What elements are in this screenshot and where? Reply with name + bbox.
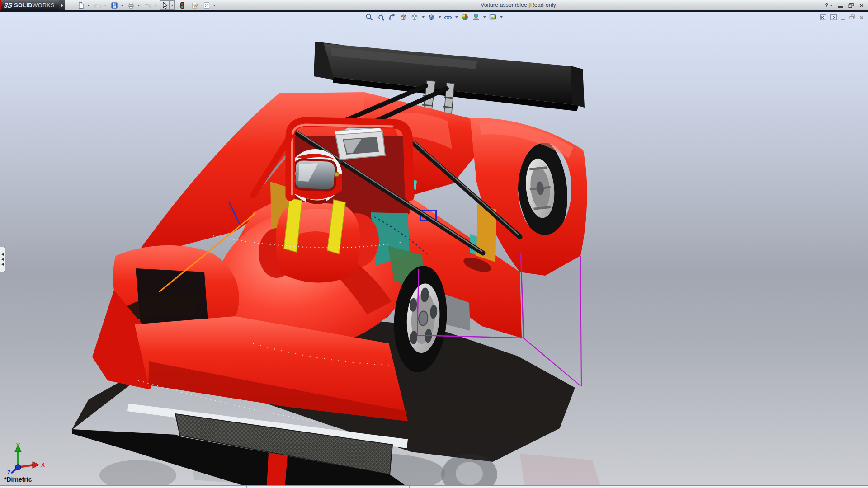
- collapse-arrow-icon: [1, 258, 4, 261]
- zoom-to-area-icon: [377, 13, 385, 21]
- open-folder-icon: [94, 2, 101, 9]
- heads-up-toolbar: [364, 12, 503, 22]
- options-dropdown[interactable]: [212, 0, 217, 10]
- undo-dropdown[interactable]: [153, 0, 158, 10]
- edit-appearance-icon: [461, 13, 469, 21]
- brand-mark: 3S: [4, 1, 13, 9]
- apply-scene-icon: [472, 13, 480, 21]
- view-orientation-label: *Dimetric: [4, 476, 32, 483]
- file-properties-icon: [191, 2, 199, 9]
- help-button[interactable]: ?: [825, 2, 828, 9]
- zoom-to-area-button[interactable]: [376, 12, 386, 22]
- display-style-dropdown[interactable]: [438, 12, 442, 22]
- view-settings-icon: [489, 13, 497, 21]
- document-minimize-button[interactable]: [841, 19, 845, 20]
- print-dropdown[interactable]: [136, 0, 141, 10]
- undo-button[interactable]: [143, 0, 153, 10]
- previous-view-icon: [388, 13, 396, 21]
- print-button[interactable]: [126, 0, 136, 10]
- apply-scene-dropdown[interactable]: [482, 12, 486, 22]
- select-dropdown[interactable]: [170, 0, 175, 10]
- display-style-button[interactable]: [426, 12, 436, 22]
- new-dropdown[interactable]: [86, 0, 91, 10]
- section-view-icon: [399, 13, 407, 21]
- rebuild-button[interactable]: [177, 0, 187, 10]
- help-dropdown[interactable]: [830, 5, 833, 6]
- window-controls: ? ×: [825, 0, 863, 10]
- save-icon: [111, 2, 118, 9]
- close-button[interactable]: ×: [859, 2, 863, 9]
- zoom-to-fit-icon: [365, 13, 373, 21]
- feature-panel-collapsed-tab[interactable]: [0, 247, 5, 272]
- mirror-intake[interactable]: [335, 128, 385, 160]
- print-icon: [127, 2, 135, 9]
- select-button[interactable]: [160, 0, 170, 10]
- brand-name-light: WORKS: [33, 2, 55, 9]
- file-properties-button[interactable]: [190, 0, 200, 10]
- collapse-arrow-icon: [1, 263, 4, 266]
- document-window-controls: ×: [820, 13, 863, 22]
- view-settings-button[interactable]: [488, 12, 498, 22]
- document-title: Voiture assomblee [Read-only]: [481, 2, 557, 8]
- minimize-button[interactable]: [838, 6, 843, 8]
- previous-view-button[interactable]: [387, 12, 397, 22]
- apply-scene-button[interactable]: [471, 12, 481, 22]
- triad-z-label: Z: [7, 469, 10, 475]
- view-orientation-button[interactable]: [410, 12, 420, 22]
- triad-y-label: Y: [16, 442, 20, 449]
- collapse-left-pane-button[interactable]: [820, 14, 826, 20]
- document-close-button[interactable]: ×: [859, 14, 863, 21]
- options-button[interactable]: [202, 0, 212, 10]
- new-button[interactable]: [76, 0, 86, 10]
- edit-appearance-button[interactable]: [460, 12, 470, 22]
- section-view-button[interactable]: [398, 12, 408, 22]
- undo-icon: [144, 2, 151, 9]
- title-bar: 3S SOLIDWORKS: [0, 0, 868, 10]
- save-dropdown[interactable]: [119, 0, 124, 10]
- view-orientation-icon: [410, 13, 419, 21]
- save-button[interactable]: [109, 0, 119, 10]
- main-toolbar: [76, 0, 218, 10]
- solidworks-window: 3S SOLIDWORKS: [0, 0, 868, 488]
- hide-show-items-button[interactable]: [443, 12, 453, 22]
- hide-show-items-dropdown[interactable]: [454, 12, 458, 22]
- display-style-icon: [427, 13, 435, 21]
- document-restore-button[interactable]: [849, 14, 855, 20]
- restore-button[interactable]: [848, 3, 854, 8]
- options-checklist-icon: [203, 2, 210, 9]
- hide-show-items-icon: [444, 13, 452, 21]
- model-render[interactable]: [0, 12, 868, 488]
- collapse-right-pane-button[interactable]: [830, 14, 837, 20]
- menu-expander-button[interactable]: [59, 0, 65, 10]
- zoom-to-fit-button[interactable]: [364, 12, 374, 22]
- traffic-light-icon: [179, 2, 186, 9]
- open-dropdown[interactable]: [103, 0, 108, 10]
- status-bar: [0, 485, 868, 488]
- expander-arrow-icon: [61, 4, 63, 7]
- triad-x-label: X: [41, 462, 45, 468]
- solidworks-logo: 3S SOLIDWORKS: [0, 0, 59, 10]
- brand-name-bold: SOLID: [14, 2, 32, 9]
- view-settings-dropdown[interactable]: [499, 12, 503, 22]
- reference-triad: Y X Z: [5, 442, 50, 475]
- select-cursor-icon: [161, 2, 168, 9]
- view-orientation-dropdown[interactable]: [421, 12, 425, 22]
- open-button[interactable]: [93, 0, 103, 10]
- collapse-arrow-icon: [1, 253, 4, 256]
- graphics-area[interactable]: [0, 12, 868, 488]
- new-document-icon: [77, 2, 85, 9]
